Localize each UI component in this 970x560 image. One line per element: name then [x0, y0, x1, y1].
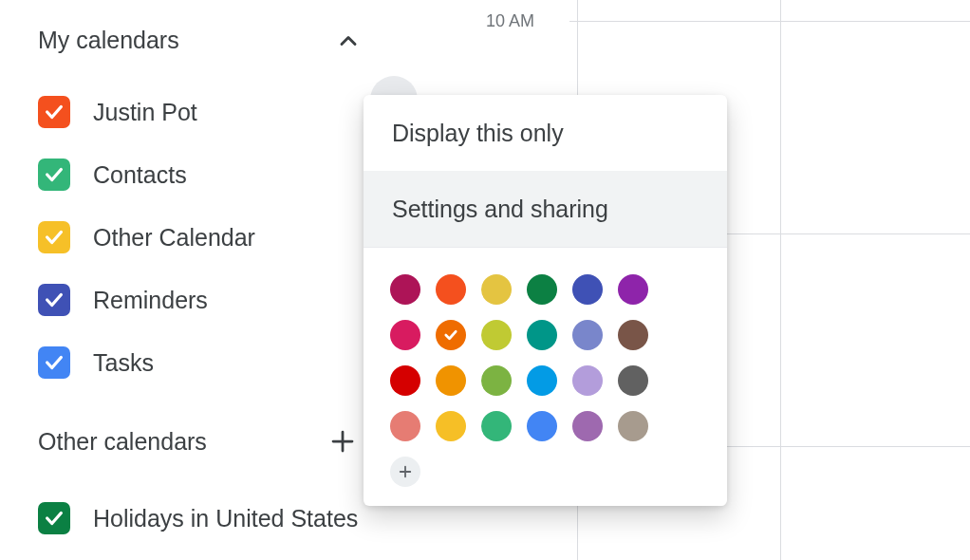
calendar-label: Holidays in United States	[93, 505, 358, 532]
color-swatch[interactable]	[481, 320, 512, 350]
color-swatch[interactable]	[481, 411, 512, 441]
color-swatch[interactable]	[618, 411, 648, 441]
add-calendar-button[interactable]	[324, 422, 362, 460]
calendar-checkbox[interactable]	[38, 96, 70, 128]
calendar-label: Justin Pot	[93, 99, 197, 126]
calendar-sidebar: My calendars Justin PotContactsOther Cal…	[0, 0, 375, 560]
calendar-checkbox[interactable]	[38, 502, 70, 534]
calendar-checkbox[interactable]	[38, 284, 70, 316]
other-calendars-list: Holidays in United StatesThursday Hangou…	[38, 487, 375, 560]
color-swatch[interactable]	[572, 320, 603, 350]
other-calendars-title: Other calendars	[38, 428, 207, 456]
calendar-checkbox[interactable]	[38, 159, 70, 191]
calendar-list-item[interactable]: Tasks	[38, 331, 375, 394]
color-swatch[interactable]	[390, 411, 420, 441]
color-swatch[interactable]	[436, 411, 466, 441]
display-this-only-item[interactable]: Display this only	[364, 95, 727, 171]
calendar-list-item[interactable]: Thursday Hangout	[38, 550, 375, 560]
color-swatch[interactable]	[481, 274, 512, 305]
color-swatch[interactable]	[390, 274, 420, 305]
calendar-label: Reminders	[93, 287, 208, 314]
calendar-list-item[interactable]: Reminders	[38, 269, 375, 331]
calendar-list-item[interactable]: Other Calendar	[38, 206, 375, 269]
color-swatch[interactable]	[527, 320, 557, 350]
color-swatch-area	[364, 248, 727, 506]
calendar-list-item[interactable]: Holidays in United States	[38, 487, 375, 550]
day-column-divider	[780, 0, 781, 560]
calendar-label: Tasks	[93, 349, 154, 377]
my-calendars-title: My calendars	[38, 27, 179, 54]
calendar-label: Contacts	[93, 161, 187, 189]
settings-and-sharing-item[interactable]: Settings and sharing	[364, 171, 727, 247]
color-swatch[interactable]	[527, 274, 557, 305]
chevron-up-icon	[335, 28, 362, 54]
color-swatch[interactable]	[390, 320, 420, 350]
color-swatch[interactable]	[572, 411, 603, 441]
color-swatch[interactable]	[618, 365, 648, 396]
calendar-list-item[interactable]: Justin Pot	[38, 81, 375, 143]
color-swatch[interactable]	[436, 320, 466, 350]
color-swatch-grid	[390, 274, 700, 441]
color-swatch[interactable]	[572, 365, 603, 396]
color-swatch[interactable]	[481, 365, 512, 396]
my-calendars-list: Justin PotContactsOther CalendarReminder…	[38, 81, 375, 394]
color-swatch[interactable]	[436, 365, 466, 396]
calendar-list-item[interactable]: Contacts	[38, 143, 375, 206]
add-custom-color-button[interactable]	[390, 457, 420, 487]
my-calendars-header[interactable]: My calendars	[38, 27, 375, 54]
color-swatch[interactable]	[436, 274, 466, 305]
hour-label: 10 AM	[486, 11, 534, 31]
calendar-options-popup: Display this only Settings and sharing	[364, 95, 727, 506]
color-swatch[interactable]	[618, 274, 648, 305]
calendar-checkbox[interactable]	[38, 346, 70, 379]
color-swatch[interactable]	[618, 320, 648, 350]
hour-gridline	[569, 21, 970, 22]
color-swatch[interactable]	[527, 411, 557, 441]
color-swatch[interactable]	[390, 365, 420, 396]
color-swatch[interactable]	[527, 365, 557, 396]
color-swatch[interactable]	[572, 274, 603, 305]
calendar-checkbox[interactable]	[38, 221, 70, 253]
calendar-label: Other Calendar	[93, 224, 255, 252]
other-calendars-header[interactable]: Other calendars	[38, 422, 375, 460]
